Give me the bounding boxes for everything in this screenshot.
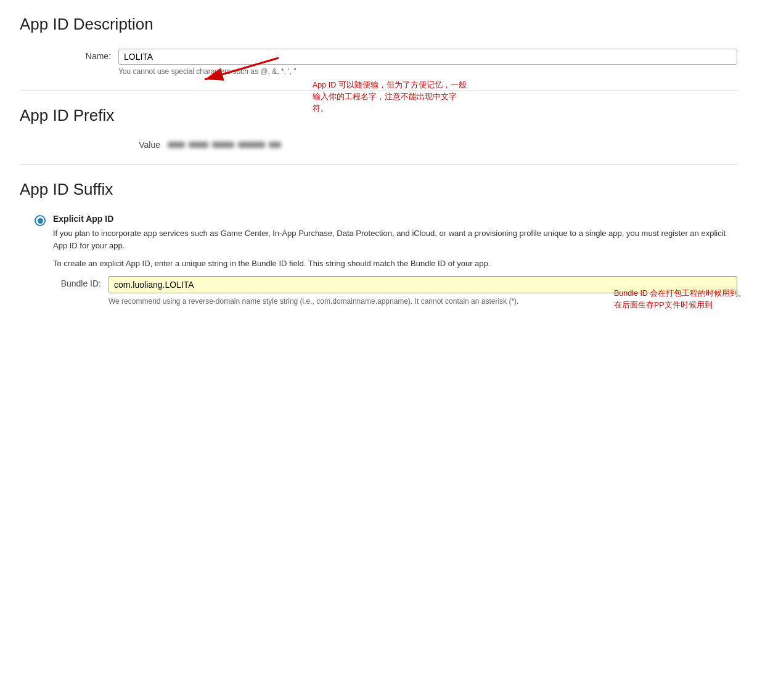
value-label: Value xyxy=(118,140,168,150)
divider-2 xyxy=(20,165,737,165)
explicit-desc-1: If you plan to incorporate app services … xyxy=(53,227,737,251)
blur-block-1 xyxy=(168,142,185,148)
bundle-field-content: We recommend using a reverse-domain name… xyxy=(108,276,737,306)
bundle-label: Bundle ID: xyxy=(53,276,108,288)
prefix-heading: App ID Prefix xyxy=(20,106,737,125)
page-container: App ID Description Name: You cannot use … xyxy=(20,15,737,311)
suffix-heading: App ID Suffix xyxy=(20,180,737,199)
explicit-desc-2: To create an explicit App ID, enter a un… xyxy=(53,258,737,270)
name-field-content: You cannot use special characters such a… xyxy=(118,49,737,76)
blur-block-4 xyxy=(238,142,265,148)
bundle-id-input[interactable] xyxy=(108,276,737,293)
explicit-radio-title: Explicit App ID xyxy=(53,214,737,224)
description-heading: App ID Description xyxy=(20,15,737,34)
name-hint: You cannot use special characters such a… xyxy=(118,67,737,76)
blurred-value xyxy=(168,142,281,148)
explicit-radio-button[interactable] xyxy=(35,215,46,226)
explicit-radio-option[interactable]: Explicit App ID If you plan to incorpora… xyxy=(20,214,737,311)
prefix-section: App ID Prefix Value xyxy=(20,106,737,150)
name-label: Name: xyxy=(69,49,118,61)
blur-block-5 xyxy=(269,142,281,148)
description-section: App ID Description Name: You cannot use … xyxy=(20,15,737,76)
bundle-id-row: Bundle ID: We recommend using a reverse-… xyxy=(53,276,737,306)
explicit-radio-content: Explicit App ID If you plan to incorpora… xyxy=(53,214,737,311)
blur-block-2 xyxy=(189,142,208,148)
divider-1 xyxy=(20,91,737,91)
suffix-section: App ID Suffix Explicit App ID If you pla… xyxy=(20,180,737,311)
blur-block-3 xyxy=(212,142,234,148)
bundle-hint: We recommend using a reverse-domain name… xyxy=(108,297,737,306)
name-input[interactable] xyxy=(118,49,737,65)
prefix-value-row: Value xyxy=(20,140,737,150)
name-field-row: Name: You cannot use special characters … xyxy=(20,49,737,76)
